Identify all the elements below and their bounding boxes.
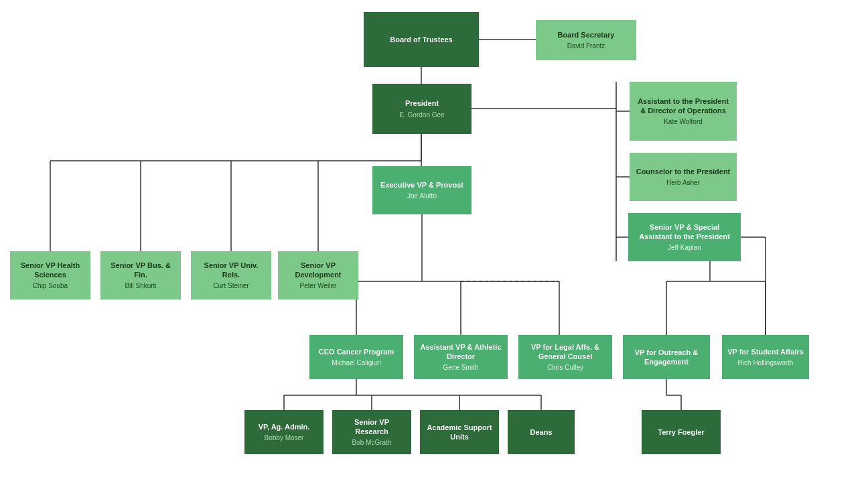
vp-ag-node: VP, Ag. Admin. Bobby Moser xyxy=(244,410,323,454)
counselor-node: Counselor to the President Herb Asher xyxy=(630,153,737,201)
board-secretary-name: David Frantz xyxy=(567,42,605,50)
svp-dev-name: Peter Weiler xyxy=(300,281,337,290)
vp-outreach-title: VP for Outreach & Engagement xyxy=(628,348,705,367)
president-title: President xyxy=(405,98,439,108)
svp-dev-title: Senior VP Development xyxy=(283,261,353,280)
counselor-title: Counselor to the President xyxy=(636,167,731,176)
svp-health-name: Chip Souba xyxy=(33,281,68,290)
terry-foegler-node: Terry Foegler xyxy=(642,410,721,454)
exec-vp-title: Executive VP & Provost xyxy=(380,180,463,190)
svp-special-node: Senior VP & Special Assistant to the Pre… xyxy=(628,213,741,261)
board-title: Board of Trustees xyxy=(390,35,453,44)
vp-outreach-node: VP for Outreach & Engagement xyxy=(623,335,710,379)
asst-president-title: Assistant to the President & Director of… xyxy=(635,96,731,116)
svp-bus-title: Senior VP Bus. & Fin. xyxy=(106,261,175,280)
deans-title: Deans xyxy=(530,427,552,437)
president-node: President E. Gordon Gee xyxy=(372,84,472,134)
asst-vp-athletic-title: Assistant VP & Athletic Director xyxy=(419,342,502,362)
ceo-cancer-title: CEO Cancer Program xyxy=(319,347,394,356)
svp-dev-node: Senior VP Development Peter Weiler xyxy=(278,251,358,299)
board-of-trustees-node: Board of Trustees xyxy=(364,12,479,67)
vp-ag-title: VP, Ag. Admin. xyxy=(259,422,310,431)
vp-legal-node: VP for Legal Affs. & General Cousel Chri… xyxy=(518,335,612,379)
vp-legal-name: Chris Culley xyxy=(547,363,583,372)
svp-bus-name: Bill Shkurti xyxy=(125,281,156,290)
academic-support-title: Academic Support Units xyxy=(425,423,494,442)
deans-node: Deans xyxy=(508,410,575,454)
terry-foegler-title: Terry Foegler xyxy=(658,427,705,437)
svp-special-name: Jeff Kaplan xyxy=(668,243,701,252)
asst-president-node: Assistant to the President & Director of… xyxy=(630,82,737,141)
svp-health-node: Senior VP Health Sciences Chip Souba xyxy=(10,251,90,299)
vp-student-title: VP for Student Affairs xyxy=(727,347,804,356)
svp-health-title: Senior VP Health Sciences xyxy=(15,261,85,280)
asst-president-name: Kate Wolford xyxy=(664,117,703,126)
board-secretary-node: Board Secretary David Frantz xyxy=(536,20,636,60)
academic-support-node: Academic Support Units xyxy=(420,410,499,454)
ceo-cancer-node: CEO Cancer Program Michael Caligiuri xyxy=(309,335,403,379)
vp-ag-name: Bobby Moser xyxy=(265,433,304,442)
president-name: E. Gordon Gee xyxy=(399,111,444,119)
svp-research-node: Senior VP Research Bob McGrath xyxy=(332,410,411,454)
exec-vp-node: Executive VP & Provost Joe Alutto xyxy=(372,166,472,214)
board-secretary-title: Board Secretary xyxy=(558,30,615,40)
vp-legal-title: VP for Legal Affs. & General Cousel xyxy=(524,342,607,362)
asst-vp-athletic-name: Gene Smith xyxy=(443,363,479,372)
svp-research-title: Senior VP Research xyxy=(338,417,406,437)
counselor-name: Herb Asher xyxy=(666,178,700,187)
svp-univ-title: Senior VP Univ. Rels. xyxy=(196,261,266,280)
svp-special-title: Senior VP & Special Assistant to the Pre… xyxy=(634,222,735,242)
svp-univ-name: Curt Steiner xyxy=(213,281,248,290)
svp-research-name: Bob McGrath xyxy=(352,438,392,447)
exec-vp-name: Joe Alutto xyxy=(407,192,437,200)
asst-vp-athletic-node: Assistant VP & Athletic Director Gene Sm… xyxy=(414,335,508,379)
vp-student-node: VP for Student Affairs Rich Hollingswort… xyxy=(722,335,809,379)
vp-student-name: Rich Hollingsworth xyxy=(738,358,794,367)
org-chart: Board of Trustees Board Secretary David … xyxy=(0,0,868,479)
svp-bus-node: Senior VP Bus. & Fin. Bill Shkurti xyxy=(100,251,181,299)
ceo-cancer-name: Michael Caligiuri xyxy=(332,358,380,367)
svp-univ-node: Senior VP Univ. Rels. Curt Steiner xyxy=(191,251,271,299)
